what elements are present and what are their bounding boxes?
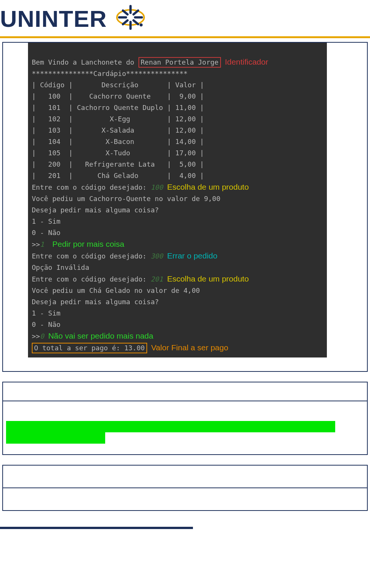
opt-no: 0 - Não [32, 229, 61, 237]
notes-section [2, 382, 368, 455]
menu-row: | 102 | X-Egg | 12,00 | [32, 115, 204, 123]
highlight-bar [6, 421, 335, 432]
opt-yes: 1 - Sim [32, 217, 61, 225]
echo-line: Você pediu um Chá Gelado no valor de 4,0… [32, 286, 200, 294]
svg-line-7 [134, 20, 138, 24]
annotation-more: Pedir por mais coisa [52, 240, 124, 248]
annotation-pick-1: Escolha de um produto [167, 183, 249, 191]
identifier-name: Renan Portela Jorge [141, 58, 219, 66]
user-input: 0 [40, 332, 44, 340]
menu-row: | 101 | Cachorro Quente Duplo | 11,00 | [32, 104, 204, 111]
menu-row: | 105 | X-Tudo | 17,00 | [32, 149, 204, 157]
user-input: 201 [151, 275, 163, 283]
svg-line-9 [123, 20, 127, 24]
prompt-code: Entre com o código desejado: [32, 252, 151, 260]
footer-bar [0, 527, 193, 529]
menu-title: ***************Cardápio*************** [32, 70, 188, 77]
inline-prompt: >> [32, 240, 40, 248]
ask-more: Deseja pedir mais alguma coisa? [32, 298, 159, 306]
svg-line-8 [134, 11, 138, 14]
annotation-total: Valor Final a ser pago [151, 343, 228, 352]
menu-row: | 200 | Refrigerante Lata | 5,00 | [32, 160, 204, 168]
annotation-identifier: Identificador [225, 57, 268, 66]
echo-line: Você pediu um Cachorro-Quente no valor d… [32, 195, 221, 203]
svg-point-1 [140, 23, 143, 26]
menu-row: | 100 | Cachorro Quente | 9,00 | [32, 92, 204, 100]
user-input: 100 [151, 183, 163, 191]
prompt-code: Entre com o código desejado: [32, 183, 151, 191]
header-logo: UNINTER [0, 0, 370, 36]
empty-section [2, 465, 368, 511]
annotation-no-more: Não vai ser pedido mais nada [48, 331, 153, 340]
globe-icon [112, 3, 149, 34]
menu-row: | 103 | X-Salada | 12,00 | [32, 126, 204, 134]
panel-divider [3, 487, 367, 488]
menu-header: | Código | Descrição | Valor | [32, 81, 204, 89]
menu-row: | 201 | Chá Gelado | 4,00 | [32, 172, 204, 179]
opt-no: 0 - Não [32, 320, 61, 328]
prompt-code: Entre com o código desejado: [32, 275, 151, 283]
opt-yes: 1 - Sim [32, 309, 61, 317]
col-valor: Valor [175, 81, 196, 89]
user-input: 1 [40, 240, 44, 248]
highlight-block [6, 421, 364, 444]
col-descricao: Descrição [101, 81, 138, 89]
ask-more: Deseja pedir mais alguma coisa? [32, 206, 159, 214]
annotation-wrong: Errar o pedido [167, 251, 218, 260]
annotation-pick-2: Escolha de um produto [167, 274, 249, 283]
total-line: O total a ser pago é: 13.00 [34, 344, 145, 352]
total-box: O total a ser pago é: 13.00 [32, 343, 147, 353]
terminal-section: Bem Vindo a Lanchonete do Renan Portela … [2, 42, 368, 372]
header-divider [0, 36, 370, 38]
identifier-box: Renan Portela Jorge [138, 57, 221, 68]
panel-divider [3, 401, 367, 401]
welcome-prefix: Bem Vindo a Lanchonete do [32, 58, 138, 66]
svg-line-6 [123, 11, 127, 14]
col-codigo: Código [40, 81, 65, 89]
inline-prompt: >> [32, 332, 40, 340]
terminal-output: Bem Vindo a Lanchonete do Renan Portela … [28, 43, 327, 357]
highlight-bar [6, 432, 105, 444]
user-input: 300 [151, 252, 163, 260]
invalid-line: Opção Inválida [32, 263, 89, 271]
brand-name: UNINTER [0, 5, 107, 32]
menu-row: | 104 | X-Bacon | 14,00 | [32, 138, 204, 145]
